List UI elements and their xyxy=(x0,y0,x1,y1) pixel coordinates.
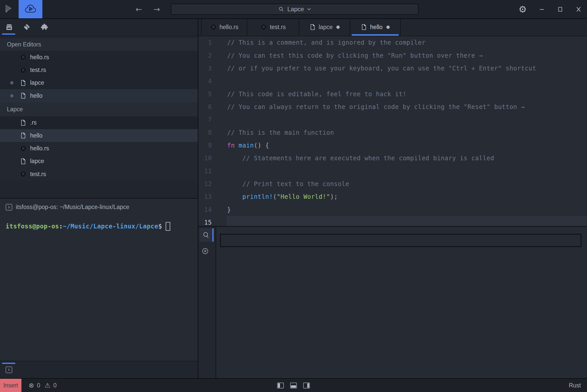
file-label: lapce xyxy=(30,158,44,165)
open-editors-header-label: Open Editors xyxy=(7,41,41,48)
open-editor-item[interactable]: lapce xyxy=(0,77,198,89)
code-token: } xyxy=(227,206,231,213)
editor-tab-hello.rs[interactable]: Rhello.rs xyxy=(201,19,247,35)
line-number: 12 xyxy=(198,180,212,188)
code-line[interactable]: 6// You can always return to the origina… xyxy=(198,101,587,113)
remote-connection-button[interactable] xyxy=(19,0,42,18)
code-token: ); xyxy=(330,193,338,200)
code-text: // This is a comment, and is ignored by … xyxy=(227,39,425,46)
problems-icon[interactable] xyxy=(202,248,209,255)
svg-text:R: R xyxy=(262,25,265,29)
toggle-right-panel-icon[interactable] xyxy=(303,383,310,388)
line-number: 4 xyxy=(198,78,212,85)
lapce-logo-icon xyxy=(3,4,14,15)
editor-tab-hello[interactable]: hello xyxy=(350,19,401,35)
code-line[interactable]: 13 println!("Hello World!"); xyxy=(198,190,587,203)
editor-tab-test.rs[interactable]: Rtest.rs xyxy=(247,19,299,35)
workspace-tree-header[interactable]: Lapce xyxy=(0,102,198,116)
tab-label: test.rs xyxy=(270,24,286,31)
cloud-play-icon xyxy=(24,3,37,16)
prompt-user: itsfoss@pop-os xyxy=(6,223,59,230)
code-editor[interactable]: 1// This is a comment, and is ignored by… xyxy=(198,36,587,226)
code-token: println! xyxy=(242,193,273,200)
toggle-left-panel-icon[interactable] xyxy=(277,383,284,388)
chevron-down-icon xyxy=(307,8,311,10)
code-line[interactable]: 3// or if you prefer to use your keyboar… xyxy=(198,62,587,75)
search-panel-tab[interactable] xyxy=(199,228,212,242)
line-number: 15 xyxy=(198,219,212,226)
file-explorer-panel: Open Editors Rhello.rsRtest.rslapcehello… xyxy=(0,36,198,198)
code-line[interactable]: 12 // Print text to the console xyxy=(198,178,587,190)
mode-label: Insert xyxy=(3,382,18,389)
tree-item[interactable]: Rtest.rs xyxy=(0,168,198,180)
language-indicator[interactable]: Rust xyxy=(569,379,581,392)
terminal-panel[interactable]: itsfoss@pop-os: ~/Music/Lapce-linux/Lapc… xyxy=(0,199,198,361)
file-icon xyxy=(20,92,27,99)
svg-text:R: R xyxy=(22,55,25,59)
search-input[interactable] xyxy=(220,234,581,247)
tree-item[interactable]: .rs xyxy=(0,116,198,129)
code-text: fn main() { xyxy=(227,142,269,149)
nav-back-button[interactable]: ← xyxy=(133,0,144,18)
line-number: 13 xyxy=(198,193,212,200)
settings-gear-button[interactable]: ⚙ xyxy=(516,0,529,18)
code-line[interactable]: 7 xyxy=(198,113,587,126)
code-token: fn xyxy=(227,142,235,149)
rust-file-icon: R xyxy=(260,24,267,30)
toggle-bottom-panel-icon[interactable] xyxy=(290,383,297,388)
open-editor-item[interactable]: Rhello.rs xyxy=(0,51,198,64)
code-token xyxy=(235,142,239,149)
editor-tab-lapce[interactable]: lapce xyxy=(299,19,350,35)
mode-indicator[interactable]: Insert xyxy=(0,379,21,392)
code-line[interactable]: 4 xyxy=(198,75,587,88)
window-maximize-button[interactable] xyxy=(554,0,566,18)
line-number: 3 xyxy=(198,65,212,72)
code-line[interactable]: 9fn main() { xyxy=(198,139,587,152)
code-text: // You can test this code by clicking th… xyxy=(227,52,483,59)
code-line[interactable]: 8// This is the main function xyxy=(198,126,587,139)
error-circle-icon: ⊗ xyxy=(29,382,34,389)
code-line[interactable]: 5// This code is editable, feel free to … xyxy=(198,88,587,100)
terminal-tab-header[interactable]: itsfoss@pop-os: ~/Music/Lapce-linux/Lapc… xyxy=(6,204,129,211)
open-editor-item[interactable]: hello xyxy=(0,89,198,102)
window-minimize-button[interactable] xyxy=(536,0,548,18)
editor-tab-bar: Rhello.rsRtest.rslapcehello xyxy=(198,19,587,36)
code-line[interactable]: 10 // Statements here are executed when … xyxy=(198,152,587,165)
modified-dot xyxy=(336,26,340,29)
line-number: 14 xyxy=(198,206,212,213)
line-number: 7 xyxy=(198,116,212,123)
active-panel-indicator xyxy=(2,363,15,364)
line-number: 9 xyxy=(198,142,212,149)
code-line[interactable]: 2// You can test this code by clicking t… xyxy=(198,49,587,62)
open-editor-item[interactable]: Rtest.rs xyxy=(0,64,198,76)
maximize-icon xyxy=(557,6,563,12)
code-line[interactable]: 14} xyxy=(198,203,587,216)
code-token: // Statements here are executed when the… xyxy=(227,155,494,162)
code-token: // This is the main function xyxy=(227,129,334,136)
search-icon xyxy=(202,231,210,239)
file-icon xyxy=(361,24,367,30)
line-number: 8 xyxy=(198,129,212,136)
diagnostics[interactable]: ⊗ 0 ⚠ 0 xyxy=(29,379,57,392)
error-count: 0 xyxy=(37,382,40,389)
tree-item[interactable]: Rhello.rs xyxy=(0,142,198,155)
terminal-panel-icon[interactable] xyxy=(6,366,12,373)
rust-file-icon: R xyxy=(20,145,27,152)
warning-triangle-icon: ⚠ xyxy=(45,382,51,389)
window-close-button[interactable] xyxy=(573,0,584,18)
tree-item[interactable]: lapce xyxy=(0,155,198,168)
terminal-prompt-line[interactable]: itsfoss@pop-os:~/Music/Lapce-linux/Lapce… xyxy=(6,222,170,231)
prompt-path: ~/Music/Lapce-linux/Lapce xyxy=(63,223,158,230)
file-explorer-icon[interactable] xyxy=(5,23,14,31)
code-line[interactable]: 11 xyxy=(198,165,587,177)
nav-forward-button[interactable]: → xyxy=(151,0,162,18)
plugin-icon[interactable] xyxy=(40,23,49,31)
code-line[interactable]: 1// This is a comment, and is ignored by… xyxy=(198,36,587,49)
workspace-search-box[interactable]: Lapce xyxy=(171,4,419,15)
file-label: hello xyxy=(30,132,43,139)
rust-file-icon: R xyxy=(20,67,27,74)
open-editors-header[interactable]: Open Editors xyxy=(0,38,198,51)
tree-item[interactable]: hello xyxy=(0,129,198,142)
source-control-icon[interactable] xyxy=(22,23,31,31)
terminal-title: itsfoss@pop-os: ~/Music/Lapce-linux/Lapc… xyxy=(16,204,129,211)
